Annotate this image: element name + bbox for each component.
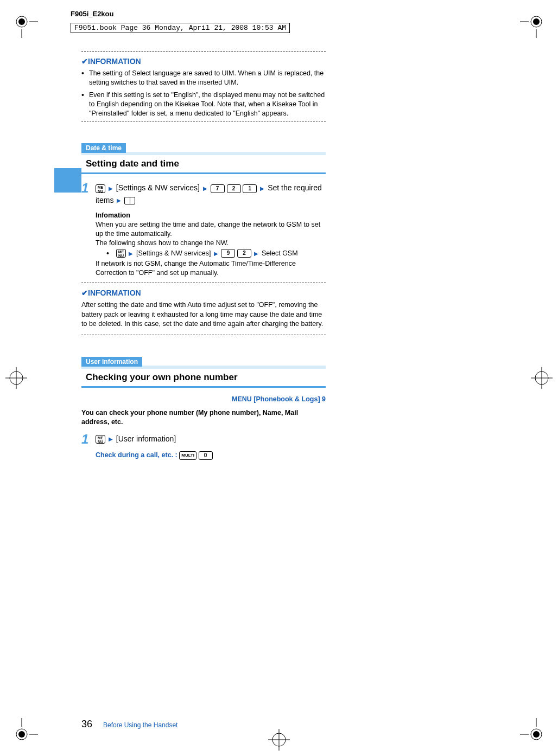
key-9: 9 [221,249,235,258]
svg-point-9 [18,731,25,738]
step-number-1: 1 [81,182,96,206]
check-during-call: Check during a call, etc. : MULTI 0 [96,451,326,460]
arrow-icon: ▶ [128,250,134,258]
step-body: MENU ▶ [Settings & NW services] ▶ 7 2 1 … [96,182,326,206]
arrow-icon: ▶ [107,435,114,444]
book-key-icon [124,197,135,204]
crop-mark-br [520,718,553,751]
information-header: ✔INFORMATION [81,289,326,297]
infomation-subhead: Infomation [96,212,326,219]
reg-mark-bottom [268,729,290,751]
arrow-icon: ▶ [259,184,265,193]
step-row: 1 MENU ▶ [Settings & NW services] ▶ 7 2 … [81,182,326,206]
menu-key-icon: MENU [96,435,105,444]
step-number-1: 1 [81,433,96,446]
page-footer: Before Using the Handset [103,721,177,729]
divider [81,51,326,52]
reg-mark-left [5,367,27,389]
menu-reference: MENU [Phonebook & Logs] 9 [81,395,326,403]
crop-mark-tr [520,5,553,38]
tab-marker [54,168,81,193]
section-date-time: Date & time Setting date and time 1 MENU… [81,127,326,277]
arrow-icon: ▶ [107,184,114,193]
information-header: ✔INFORMATION [81,57,326,66]
svg-point-5 [533,18,540,25]
key-2: 2 [237,249,251,258]
arrow-icon: ▶ [253,250,259,258]
section-title: Setting date and time [81,155,326,172]
reg-mark-right [531,367,553,389]
section-underline [81,172,326,174]
info-sub-bullet: MENU ▶ [Settings & NW services] ▶ 9 2 ▶ … [106,249,326,258]
step-text: [User information] [116,434,176,443]
section-user-info: User information Checking your own phone… [81,341,326,460]
step-row: 1 MENU ▶ [User information] [81,433,326,446]
key-multi: MULTI [179,451,196,460]
check-label: Check during a call, etc. : [96,451,179,459]
crop-mark-tl [5,5,38,38]
key-1: 1 [243,184,257,193]
divider [81,121,326,121]
infomation-body: When you are setting the time and date, … [96,220,326,277]
info-title: INFORMATION [88,289,141,297]
divider [81,283,326,283]
running-head: F905i_E2kou [71,10,114,18]
info-line: The following shows how to change the NW… [96,239,326,248]
divider [81,335,326,335]
info-bullet: The setting of Select language are saved… [81,69,326,87]
key-7: 7 [211,184,225,193]
arrow-icon: ▶ [213,250,219,258]
info-paragraph: After setting the date and time with Aut… [81,300,326,329]
info-bullet: Even if this setting is set to "English"… [81,91,326,118]
sub-tail: Select GSM [262,249,298,257]
arrow-icon: ▶ [202,184,208,193]
svg-point-13 [533,731,540,738]
section-intro: You can check your phone number (My phon… [81,408,326,427]
menu-key-icon: MENU [116,249,126,258]
svg-point-1 [18,18,25,25]
menu-key-icon: MENU [96,184,105,193]
info-title: INFORMATION [88,57,141,66]
section-title: Checking your own phone number [81,369,326,386]
crop-mark-bl [5,718,38,751]
section-tag: User information [81,357,142,367]
sub-path: [Settings & NW services] [136,249,211,257]
info-bullet-list: The setting of Select language are saved… [81,69,326,118]
info-line: When you are setting the time and date, … [96,220,326,239]
section-underline [81,386,326,388]
step-body: MENU ▶ [User information] [96,433,326,446]
step-text: [Settings & NW services] [116,183,200,192]
info-line: If network is not GSM, change the Automa… [96,259,326,278]
key-2: 2 [227,184,241,193]
section-tag: Date & time [81,143,126,153]
arrow-icon: ▶ [116,196,122,205]
key-0: 0 [199,451,213,460]
page-number: 36 [81,719,92,730]
book-stamp: F905i.book Page 36 Monday, April 21, 200… [71,23,290,33]
